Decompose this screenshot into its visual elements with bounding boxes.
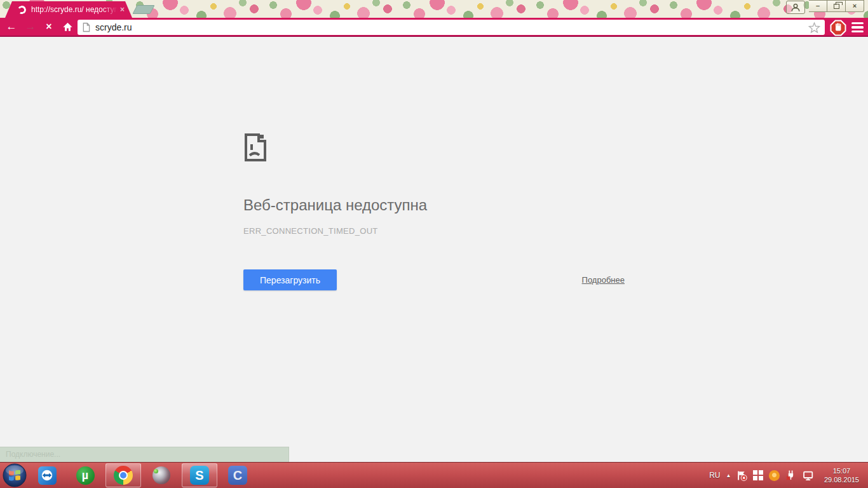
stop-button[interactable]: × [40, 18, 58, 36]
back-button[interactable]: ← [3, 18, 20, 36]
network-icon[interactable] [803, 470, 815, 481]
action-center-flag-icon[interactable] [736, 470, 747, 481]
language-indicator[interactable]: RU [709, 471, 720, 480]
clock-time: 15:07 [824, 466, 859, 475]
reload-button[interactable]: Перезагрузить [243, 269, 337, 290]
plug-error-icon[interactable] [785, 470, 797, 481]
close-window-button[interactable]: × [846, 0, 864, 12]
restore-button[interactable] [827, 0, 846, 12]
details-link[interactable]: Подробнее [582, 275, 625, 285]
skype-icon: S [190, 466, 209, 485]
windows-taskbar: µ S C RU ▲ [0, 462, 868, 488]
taskbar-app-teamviewer[interactable] [29, 463, 65, 487]
clock-date: 29.08.2015 [824, 475, 859, 484]
stop-hand-icon [830, 20, 846, 36]
windows-start-orb-icon [3, 463, 27, 487]
get-windows10-icon[interactable] [753, 470, 763, 480]
taskbar-app-daemon-tools[interactable] [144, 463, 179, 487]
window-controls: – × [786, 0, 864, 14]
page-document-icon [82, 22, 90, 32]
address-bar[interactable]: scryde.ru [78, 20, 825, 35]
forward-button[interactable]: → [22, 18, 39, 36]
error-code: ERR_CONNECTION_TIMED_OUT [243, 226, 625, 236]
hidden-icons-button[interactable]: ▲ [726, 473, 731, 478]
sad-document-icon [243, 132, 268, 163]
chrome-menu-button[interactable] [850, 20, 865, 34]
new-tab-button[interactable] [132, 5, 154, 14]
tab-title: http://scryde.ru/ недоступ [31, 5, 118, 14]
error-content: Веб-страница недоступна ERR_CONNECTION_T… [243, 132, 625, 290]
chrome-icon [114, 466, 133, 485]
profile-avatar-button[interactable] [786, 1, 805, 14]
teamviewer-icon [38, 466, 57, 485]
home-button[interactable] [58, 18, 76, 36]
minimize-icon: – [816, 3, 820, 10]
taskbar-app-blue-c[interactable]: C [220, 463, 255, 487]
tab-strip-floral-theme: http://scryde.ru/ недоступ × – × [0, 0, 868, 18]
error-page: Веб-страница недоступна ERR_CONNECTION_T… [0, 37, 868, 462]
close-icon: × [853, 3, 857, 10]
url-text[interactable]: scryde.ru [95, 22, 808, 32]
desktop-screen: http://scryde.ru/ недоступ × – × ← [0, 0, 868, 488]
browser-tab[interactable]: http://scryde.ru/ недоступ × [5, 1, 132, 18]
orange-circle-app-icon[interactable] [769, 470, 780, 481]
tab-close-icon[interactable]: × [120, 6, 125, 13]
blue-c-app-icon: C [228, 466, 247, 485]
browser-toolbar: ← → × scryde.ru [0, 18, 868, 37]
loading-spinner-icon [17, 4, 27, 15]
daemon-tools-icon [153, 466, 170, 484]
bookmark-star-icon[interactable] [808, 22, 820, 34]
start-button[interactable] [1, 463, 28, 488]
status-bubble: Подключение... [0, 447, 289, 462]
hamburger-menu-icon [851, 22, 864, 25]
error-title: Веб-страница недоступна [243, 196, 625, 214]
taskbar-app-utorrent[interactable]: µ [67, 463, 103, 487]
home-icon [62, 22, 73, 32]
utorrent-icon: µ [76, 466, 95, 485]
taskbar-clock[interactable]: 15:07 29.08.2015 [820, 466, 863, 484]
minimize-button[interactable]: – [809, 0, 827, 12]
taskbar-app-chrome[interactable] [105, 463, 141, 487]
restore-icon [834, 4, 839, 9]
system-tray: RU ▲ 15:07 [709, 463, 868, 488]
stop-hand-extension-button[interactable] [829, 19, 846, 36]
taskbar-app-skype[interactable]: S [182, 463, 217, 487]
error-actions: Перезагрузить Подробнее [243, 269, 625, 290]
person-icon [790, 3, 801, 13]
